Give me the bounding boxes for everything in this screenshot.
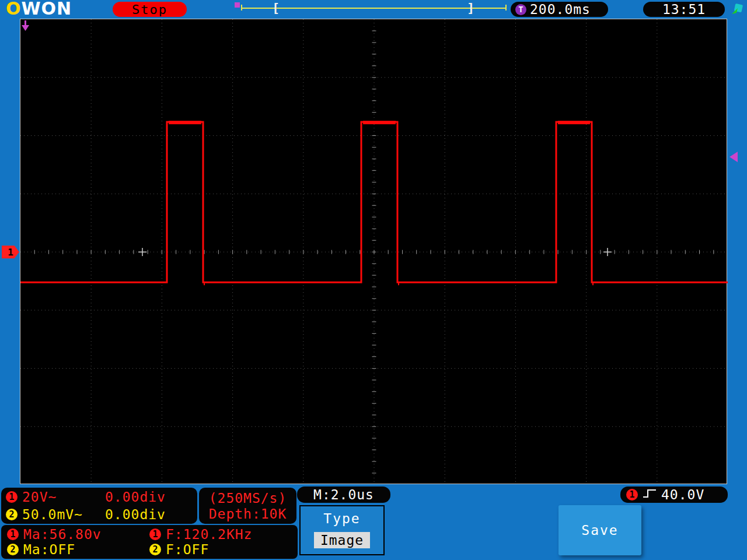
- timebase-readout: M:2.0us: [297, 487, 390, 503]
- record-end-tick: [505, 5, 507, 10]
- trigger-time-readout: 200.0ms: [530, 2, 591, 17]
- trigger-hpos-marker[interactable]: [21, 20, 30, 34]
- ch2-scale: 50.0mV~: [22, 507, 100, 522]
- rising-edge-icon: [642, 488, 657, 502]
- window-bracket-left: [: [272, 1, 280, 15]
- measure-ch1-max: 1 Ma:56.80v: [7, 527, 149, 542]
- trigger-time-pill: T 200.0ms: [511, 2, 608, 17]
- waveform-display: [20, 19, 727, 484]
- measure-ch2-freq: 2 F:OFF: [149, 542, 292, 557]
- meas2-badge-icon: 1: [149, 528, 161, 540]
- trigger-hposition-icon[interactable]: [235, 2, 240, 8]
- meas1-badge-icon: 1: [7, 528, 19, 540]
- clock: 13:51: [643, 2, 725, 17]
- acquisition-panel: (250MS/s) Depth:10K: [199, 488, 296, 524]
- trigger-level-readout: 40.0V: [661, 487, 704, 502]
- owon-logo: OWON: [6, 0, 72, 19]
- ch1-badge-icon: 1: [6, 491, 18, 503]
- ch2-offset: 0.00div: [105, 507, 166, 522]
- ch1-offset: 0.00div: [105, 489, 166, 505]
- meas1-value: Ma:56.80v: [23, 527, 102, 542]
- ch2-badge-icon: 2: [6, 509, 18, 520]
- storage-status-icon: [729, 2, 745, 19]
- meas3-badge-icon: 2: [7, 544, 19, 555]
- logo-rest: WON: [22, 0, 72, 19]
- trigger-level-panel: 1 40.0V: [620, 487, 728, 503]
- meas4-badge-icon: 2: [149, 544, 161, 555]
- meas4-value: F:OFF: [166, 542, 209, 557]
- record-start-tick: [241, 5, 242, 10]
- menu-type-button[interactable]: Type Image: [299, 505, 385, 555]
- ch1-info-row: 1 20V~ 0.00div: [6, 489, 193, 506]
- trigger-level-marker[interactable]: [729, 152, 738, 162]
- logo-o: O: [6, 0, 22, 19]
- menu-type-value[interactable]: Image: [314, 532, 370, 548]
- window-bracket-right: ]: [467, 1, 474, 15]
- graticule-waveform-svg: [20, 19, 728, 485]
- sample-rate: (250MS/s): [209, 491, 287, 506]
- meas2-value: F:120.2KHz: [166, 527, 252, 542]
- measure-ch1-freq: 1 F:120.2KHz: [149, 527, 292, 542]
- meas3-value: Ma:OFF: [23, 542, 75, 557]
- ch1-position-marker[interactable]: 1: [2, 246, 19, 258]
- trigger-source-badge-icon: 1: [626, 489, 638, 501]
- ch1-scale: 20V~: [22, 489, 100, 505]
- ch2-info-row: 2 50.0mV~ 0.00div: [6, 506, 193, 523]
- run-state-badge[interactable]: Stop: [113, 2, 187, 17]
- measure-ch2-max: 2 Ma:OFF: [7, 542, 149, 557]
- channel-info-panel: 1 20V~ 0.00div 2 50.0mV~ 0.00div: [1, 488, 197, 524]
- oscilloscope-screen: OWON Stop [ ] T 200.0ms 13:51 1 1: [0, 0, 747, 560]
- save-button[interactable]: Save: [558, 505, 641, 555]
- trigger-t-icon: T: [515, 4, 526, 15]
- menu-type-label: Type: [323, 511, 360, 526]
- memory-depth: Depth:10K: [209, 506, 287, 522]
- measurement-panel: 1 Ma:56.80v 1 F:120.2KHz 2 Ma:OFF 2 F:OF…: [1, 525, 298, 559]
